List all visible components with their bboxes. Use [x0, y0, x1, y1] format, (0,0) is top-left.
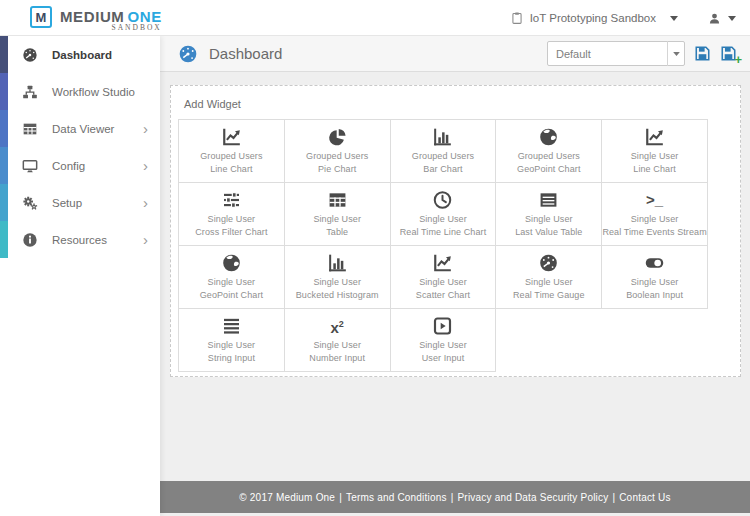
clock-icon — [432, 189, 453, 211]
add-widget-title: Add Widget — [171, 86, 740, 110]
sidebar-item-workflow-studio[interactable]: Workflow Studio — [0, 73, 160, 110]
widget-tile-group: Single User — [631, 213, 679, 226]
widget-tile-type: Number Input — [309, 352, 365, 365]
widget-tile-grouped-users-pie-chart[interactable]: Grouped UsersPie Chart — [285, 120, 391, 183]
terminal-icon: >_ — [646, 189, 663, 211]
widget-tile-single-user-table[interactable]: Single UserTable — [285, 183, 391, 246]
widget-tile-group: Single User — [313, 276, 361, 289]
widget-tile-type: Real Time Gauge — [513, 289, 585, 302]
dashboard-select-value: Default — [548, 48, 667, 60]
widget-tile-group: Single User — [208, 276, 256, 289]
sidebar-item-resources[interactable]: Resources› — [0, 221, 160, 258]
brand-logo[interactable]: M MEDIUMONE SANDBOX — [30, 5, 162, 28]
string-lines-icon — [221, 315, 242, 337]
save-as-new-dashboard-button[interactable] — [720, 45, 737, 62]
footer-link-terms-and-conditions[interactable]: Terms and Conditions — [346, 492, 447, 503]
save-icon — [694, 45, 711, 62]
bar-chart-icon — [432, 126, 453, 148]
footer-link-privacy-and-data-security-policy[interactable]: Privacy and Data Security Policy — [457, 492, 608, 503]
footer-link-contact-us[interactable]: Contact Us — [619, 492, 670, 503]
sidebar-item-label: Config — [52, 160, 143, 172]
sidebar-menu: DashboardWorkflow StudioData Viewer›Conf… — [0, 36, 160, 258]
widget-tile-type: User Input — [422, 352, 465, 365]
widget-tile-type: GeoPoint Chart — [517, 163, 580, 176]
widget-tile-group: Single User — [419, 339, 467, 352]
widget-tile-type: Line Chart — [210, 163, 253, 176]
app-root: M MEDIUMONE SANDBOX IoT Prototyping Sand… — [0, 0, 750, 516]
widget-tile-group: Grouped Users — [518, 150, 580, 163]
line-chart-icon — [644, 126, 665, 148]
toggle-icon — [644, 252, 665, 274]
desktop-icon — [22, 158, 39, 174]
sidebar-item-label: Setup — [52, 197, 143, 209]
dashboard-gauge-icon — [538, 252, 559, 274]
dashboard-gauge-icon — [22, 47, 39, 63]
caret-down-icon — [728, 16, 736, 21]
widget-tile-group: Grouped Users — [200, 150, 262, 163]
footer-copyright: © 2017 Medium One — [239, 492, 335, 503]
content-header: Dashboard Default — [160, 36, 750, 72]
chevron-right-icon: › — [143, 158, 148, 173]
widget-tile-single-user-last-value-table[interactable]: Single UserLast Value Table — [496, 183, 602, 246]
widget-tile-type: Bar Chart — [423, 163, 462, 176]
page-title: Dashboard — [209, 45, 282, 62]
sidebar: DashboardWorkflow StudioData Viewer›Conf… — [0, 36, 160, 516]
widget-tile-grouped-users-bar-chart[interactable]: Grouped UsersBar Chart — [391, 120, 497, 183]
line-chart-icon — [221, 126, 242, 148]
line-chart-icon — [432, 252, 453, 274]
footer-text: © 2017 Medium One|Terms and Conditions|P… — [239, 492, 670, 503]
widget-tile-group: Single User — [525, 276, 573, 289]
caret-down-icon — [670, 16, 678, 21]
widget-tile-group: Grouped Users — [412, 150, 474, 163]
widget-tile-single-user-geopoint-chart[interactable]: Single UserGeoPoint Chart — [179, 246, 285, 309]
workspace-selector[interactable]: IoT Prototyping Sandbox — [510, 11, 678, 25]
widget-tile-type: Cross Filter Chart — [195, 226, 267, 239]
info-circle-icon — [22, 232, 39, 248]
footer-separator: | — [451, 492, 454, 503]
widget-tile-group: Single User — [208, 339, 256, 352]
bar-chart-icon — [327, 252, 348, 274]
top-header: M MEDIUMONE SANDBOX IoT Prototyping Sand… — [0, 0, 750, 36]
brand-mark-icon: M — [30, 6, 52, 28]
widget-tile-type: Line Chart — [633, 163, 676, 176]
widget-tile-single-user-cross-filter-chart[interactable]: Single UserCross Filter Chart — [179, 183, 285, 246]
widget-tile-group: Single User — [313, 213, 361, 226]
widget-tile-single-user-real-time-line-chart[interactable]: Single UserReal Time Line Chart — [391, 183, 497, 246]
sidebar-item-dashboard[interactable]: Dashboard — [0, 36, 160, 73]
widget-tile-grouped-users-line-chart[interactable]: Grouped UsersLine Chart — [179, 120, 285, 183]
save-dashboard-button[interactable] — [694, 45, 711, 62]
widget-tile-single-user-real-time-gauge[interactable]: Single UserReal Time Gauge — [496, 246, 602, 309]
widget-tile-single-user-line-chart[interactable]: Single UserLine Chart — [602, 120, 708, 183]
dashboard-gauge-icon — [178, 44, 198, 64]
widget-tile-grouped-users-geopoint-chart[interactable]: Grouped UsersGeoPoint Chart — [496, 120, 602, 183]
dashboard-select[interactable]: Default — [547, 41, 685, 66]
gears-icon — [22, 195, 39, 211]
widget-tile-type: Real Time Events Stream — [602, 226, 706, 239]
widget-tile-single-user-real-time-events-stream[interactable]: >_Single UserReal Time Events Stream — [602, 183, 708, 246]
sidebar-item-config[interactable]: Config› — [0, 147, 160, 184]
sidebar-item-data-viewer[interactable]: Data Viewer› — [0, 110, 160, 147]
globe-icon — [538, 126, 559, 148]
sidebar-item-setup[interactable]: Setup› — [0, 184, 160, 221]
table-icon — [327, 189, 348, 211]
widget-tile-group: Single User — [525, 213, 573, 226]
widget-tile-group: Single User — [313, 339, 361, 352]
clipboard-icon — [510, 11, 524, 25]
brand-mark-letter: M — [36, 10, 47, 25]
footer: © 2017 Medium One|Terms and Conditions|P… — [160, 481, 750, 513]
widget-tile-group: Single User — [419, 276, 467, 289]
widget-tile-single-user-string-input[interactable]: Single UserString Input — [179, 309, 285, 372]
add-widget-panel: Add Widget Grouped UsersLine ChartGroupe… — [170, 85, 741, 377]
sidebar-item-label: Workflow Studio — [52, 86, 148, 98]
widget-tile-single-user-boolean-input[interactable]: Single UserBoolean Input — [602, 246, 708, 309]
widget-tile-single-user-number-input[interactable]: x2Single UserNumber Input — [285, 309, 391, 372]
widget-tile-type: Boolean Input — [626, 289, 683, 302]
widget-tile-single-user-user-input[interactable]: Single UserUser Input — [391, 309, 497, 372]
widget-tile-type: Real Time Line Chart — [400, 226, 487, 239]
brand-subtitle: SANDBOX — [111, 24, 161, 32]
widget-tile-single-user-scatter-chart[interactable]: Single UserScatter Chart — [391, 246, 497, 309]
top-right-controls: IoT Prototyping Sandbox — [510, 0, 736, 36]
widget-tile-single-user-bucketed-histogram[interactable]: Single UserBucketed Histogram — [285, 246, 391, 309]
widget-tile-type: GeoPoint Chart — [200, 289, 263, 302]
user-menu[interactable] — [708, 12, 736, 25]
